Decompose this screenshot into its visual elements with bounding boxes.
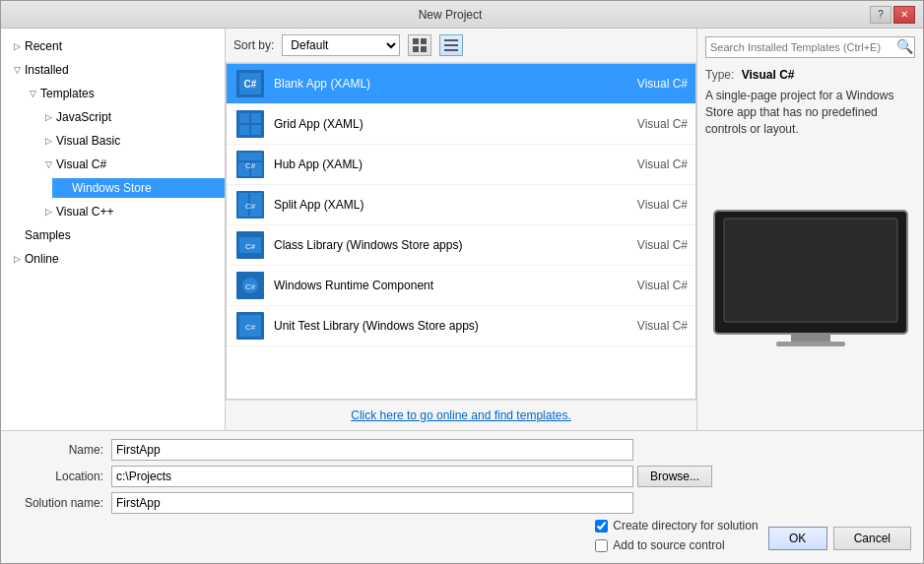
template-icon-hub: C# bbox=[234, 149, 266, 180]
template-type-classlib: Visual C# bbox=[609, 238, 688, 252]
expand-icon bbox=[9, 227, 25, 243]
ok-button[interactable]: OK bbox=[768, 527, 827, 550]
svg-rect-5 bbox=[444, 44, 458, 46]
sidebar-item-online[interactable]: ▷ Online bbox=[1, 247, 225, 271]
sidebar-item-javascript[interactable]: ▷ JavaScript bbox=[1, 105, 225, 129]
svg-rect-2 bbox=[413, 46, 419, 52]
svg-text:C#: C# bbox=[245, 323, 256, 332]
template-type-grid: Visual C# bbox=[609, 117, 688, 131]
location-row: Location: Browse... bbox=[13, 466, 911, 487]
sidebar-item-label: JavaScript bbox=[56, 110, 111, 124]
sidebar-item-templates[interactable]: ▽ Templates bbox=[1, 82, 225, 105]
location-label: Location: bbox=[13, 470, 111, 483]
type-description: A single-page project for a Windows Stor… bbox=[705, 88, 915, 137]
form-area: Name: Location: Browse... Solution name:… bbox=[1, 430, 923, 563]
type-value: Visual C# bbox=[742, 68, 795, 82]
main-body: ▷ Recent ▽ Installed ▽ Templates bbox=[1, 29, 923, 430]
preview-monitor bbox=[712, 209, 909, 351]
template-item-split[interactable]: C# Split App (XAML) Visual C# bbox=[227, 185, 695, 225]
template-item-unittest[interactable]: C# Unit Test Library (Windows Store apps… bbox=[227, 306, 695, 346]
sidebar-item-vb[interactable]: ▷ Visual Basic bbox=[1, 129, 225, 153]
dialog-title: New Project bbox=[31, 8, 870, 22]
sidebar-item-vcpp[interactable]: ▷ Visual C++ bbox=[1, 200, 225, 223]
browse-button[interactable]: Browse... bbox=[637, 466, 712, 487]
template-type-runtime: Visual C# bbox=[609, 279, 688, 292]
online-templates-link[interactable]: Click here to go online and find templat… bbox=[226, 400, 696, 430]
solution-name-input[interactable] bbox=[111, 492, 633, 514]
expand-icon: ▽ bbox=[40, 157, 56, 172]
bottom-buttons: OK Cancel bbox=[768, 527, 911, 550]
sidebar-item-samples[interactable]: Samples bbox=[1, 223, 225, 247]
svg-text:C#: C# bbox=[245, 161, 256, 170]
expand-icon: ▽ bbox=[9, 62, 25, 78]
template-item-blank[interactable]: C# Blank App (XAML) Visual C# bbox=[227, 64, 695, 104]
svg-rect-6 bbox=[444, 49, 458, 51]
checkboxes: Create directory for solution Add to sou… bbox=[595, 519, 758, 555]
template-name-grid: Grid App (XAML) bbox=[274, 117, 609, 131]
preview-container bbox=[705, 137, 915, 422]
template-item-hub[interactable]: C# Hub App (XAML) Visual C# bbox=[227, 145, 695, 185]
svg-rect-0 bbox=[413, 38, 419, 44]
sort-select[interactable]: Default bbox=[282, 34, 400, 56]
list-view-button[interactable] bbox=[439, 34, 463, 56]
sidebar-item-csharp[interactable]: ▽ Visual C# bbox=[1, 153, 225, 176]
template-name-runtime: Windows Runtime Component bbox=[274, 279, 609, 292]
svg-rect-17 bbox=[238, 153, 262, 160]
center-panel: Sort by: Default bbox=[226, 29, 696, 430]
location-input-group: Browse... bbox=[111, 466, 742, 487]
expand-icon: ▷ bbox=[9, 38, 25, 54]
svg-rect-37 bbox=[776, 342, 845, 346]
toolbar: Sort by: Default bbox=[226, 29, 696, 63]
template-name-classlib: Class Library (Windows Store apps) bbox=[274, 238, 609, 252]
sidebar: ▷ Recent ▽ Installed ▽ Templates bbox=[1, 29, 226, 430]
template-icon-blank: C# bbox=[234, 68, 266, 99]
svg-text:C#: C# bbox=[245, 202, 256, 211]
right-info-panel: 🔍 Type: Visual C# A single-page project … bbox=[696, 29, 923, 430]
template-icon-split: C# bbox=[234, 189, 266, 220]
sidebar-item-recent[interactable]: ▷ Recent bbox=[1, 34, 225, 58]
create-directory-checkbox[interactable] bbox=[595, 520, 608, 533]
close-button[interactable]: ✕ bbox=[893, 6, 915, 24]
type-label: Type: bbox=[705, 68, 734, 82]
svg-rect-12 bbox=[251, 113, 261, 123]
sidebar-item-installed[interactable]: ▽ Installed bbox=[1, 58, 225, 82]
search-input[interactable] bbox=[705, 36, 915, 58]
add-source-label: Add to source control bbox=[613, 538, 724, 552]
template-item-runtime[interactable]: C# Windows Runtime Component Visual C# bbox=[227, 266, 695, 306]
sidebar-item-windowsstore[interactable]: Windows Store bbox=[1, 176, 225, 200]
search-button[interactable]: 🔍 bbox=[896, 38, 913, 54]
sidebar-item-label: Visual C++ bbox=[56, 205, 113, 219]
sidebar-item-label: Installed bbox=[25, 63, 69, 77]
svg-text:C#: C# bbox=[245, 139, 256, 140]
help-button[interactable]: ? bbox=[870, 6, 891, 24]
create-dir-row: Create directory for solution bbox=[595, 519, 758, 533]
monitor-preview-svg bbox=[712, 209, 909, 351]
sidebar-item-label: Samples bbox=[25, 228, 71, 242]
sidebar-item-label: Visual Basic bbox=[56, 134, 120, 148]
type-info: Type: Visual C# bbox=[705, 68, 915, 82]
expand-icon: ▷ bbox=[40, 204, 56, 219]
solution-label: Solution name: bbox=[13, 496, 111, 510]
svg-rect-4 bbox=[444, 39, 458, 41]
name-input[interactable] bbox=[111, 439, 633, 461]
svg-rect-35 bbox=[724, 219, 897, 322]
svg-text:C#: C# bbox=[245, 282, 256, 291]
expand-icon: ▽ bbox=[25, 86, 40, 101]
svg-rect-3 bbox=[421, 46, 427, 52]
search-container: 🔍 bbox=[705, 36, 915, 58]
svg-rect-13 bbox=[239, 125, 249, 135]
create-directory-label: Create directory for solution bbox=[613, 519, 758, 533]
cancel-button[interactable]: Cancel bbox=[833, 527, 911, 550]
location-input[interactable] bbox=[111, 466, 633, 487]
name-row: Name: bbox=[13, 439, 911, 461]
template-name-split: Split App (XAML) bbox=[274, 198, 609, 212]
sidebar-item-label: Templates bbox=[40, 87, 95, 100]
svg-rect-1 bbox=[421, 38, 427, 44]
template-item-classlib[interactable]: C# Class Library (Windows Store apps) Vi… bbox=[227, 225, 695, 266]
add-source-row: Add to source control bbox=[595, 538, 758, 552]
add-source-checkbox[interactable] bbox=[595, 539, 608, 552]
template-item-grid[interactable]: C# Grid App (XAML) Visual C# bbox=[227, 104, 695, 145]
template-icon-classlib: C# bbox=[234, 229, 266, 261]
new-project-dialog: New Project ? ✕ ▷ Recent ▽ Installed bbox=[0, 0, 924, 564]
grid-view-button[interactable] bbox=[408, 34, 431, 56]
